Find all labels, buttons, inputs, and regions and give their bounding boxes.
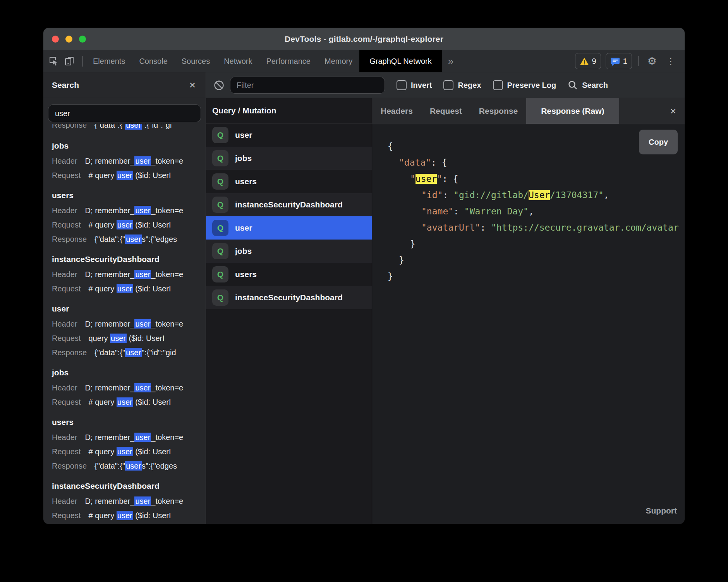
query-list-item[interactable]: Qjobs xyxy=(206,240,372,263)
network-toolbar: Invert Regex Preserve Log Search xyxy=(206,72,685,98)
result-row-label: Response xyxy=(52,235,87,243)
match-highlight: user xyxy=(117,171,133,180)
query-list-item[interactable]: QinstanceSecurityDashboard xyxy=(206,193,372,216)
query-item-label: users xyxy=(235,177,257,186)
tab-headers[interactable]: Headers xyxy=(372,98,421,124)
json-token: "Warren Day" xyxy=(464,206,529,216)
issues-badge[interactable]: 1 xyxy=(606,53,632,69)
tab-response-raw[interactable]: Response (Raw) xyxy=(526,98,619,124)
tab-sources[interactable]: Sources xyxy=(175,50,217,72)
block-clear-icon[interactable] xyxy=(213,79,225,91)
search-icon xyxy=(568,80,578,90)
support-link[interactable]: Support xyxy=(646,503,677,519)
copy-button[interactable]: Copy xyxy=(639,130,678,154)
result-row-label: Request xyxy=(52,447,81,456)
search-result-row[interactable]: Request# query user ($id: UserI xyxy=(43,508,206,523)
result-section-heading: instanceSecurityDashboard xyxy=(43,251,206,267)
device-toolbar-icon[interactable] xyxy=(64,55,75,67)
query-list-item[interactable]: Qjobs xyxy=(206,147,372,170)
filter-input[interactable] xyxy=(230,77,385,94)
search-result-row[interactable]: Request# query user ($id: UserI xyxy=(43,218,206,232)
json-line: "avatarUrl": "https://secure.gravatar.co… xyxy=(388,219,685,236)
close-window-button[interactable] xyxy=(52,36,59,43)
details-panel: HeadersRequestResponse Response (Raw) × … xyxy=(372,98,685,524)
result-row-label: Header xyxy=(52,497,77,505)
details-close-icon[interactable]: × xyxy=(670,106,685,116)
search-result-row[interactable]: Response{"data":{"users":{"edges xyxy=(43,459,206,473)
search-result-row[interactable]: Response{"data":{"user":{"id":"gid xyxy=(43,346,206,360)
search-result-row[interactable]: HeaderD; remember_user_token=e xyxy=(43,204,206,218)
result-section-heading: jobs xyxy=(43,138,206,154)
search-result-section: usersHeaderD; remember_user_token=eReque… xyxy=(43,187,206,246)
regex-checkbox[interactable] xyxy=(443,80,453,90)
search-result-row[interactable]: HeaderD; remember_user_token=e xyxy=(43,381,206,395)
result-text: {"data":{" xyxy=(94,348,125,357)
match-highlight: user xyxy=(125,124,142,130)
query-item-label: jobs xyxy=(235,154,252,163)
warnings-badge[interactable]: 9 xyxy=(575,53,601,69)
search-result-row[interactable]: Response{"data":{"user":{"id":"gi xyxy=(43,124,206,132)
json-token: " xyxy=(410,174,416,184)
json-token: : xyxy=(443,190,453,200)
tab-memory[interactable]: Memory xyxy=(318,50,359,72)
search-result-row[interactable]: Request# query user ($id: UserI xyxy=(43,395,206,409)
panel-tabs: ElementsConsoleSourcesNetworkPerformance… xyxy=(86,50,359,72)
json-token: { xyxy=(442,157,447,168)
tab-performance[interactable]: Performance xyxy=(259,50,318,72)
inspect-element-icon[interactable] xyxy=(48,55,60,67)
json-line: } xyxy=(388,252,685,268)
result-text: # query xyxy=(89,511,117,520)
tab-console[interactable]: Console xyxy=(132,50,174,72)
search-result-row[interactable]: Request# query user ($id: UserI xyxy=(43,282,206,296)
result-text: # query xyxy=(89,171,117,180)
tab-network[interactable]: Network xyxy=(217,50,259,72)
result-text: s":{"edges xyxy=(142,235,177,243)
search-result-row[interactable]: Request# query user ($id: UserI xyxy=(43,168,206,183)
match-highlight: user xyxy=(125,348,142,357)
result-text: query xyxy=(89,334,110,342)
json-line: } xyxy=(388,268,685,284)
query-badge-icon: Q xyxy=(212,173,228,190)
tab-request[interactable]: Request xyxy=(421,98,470,124)
search-close-icon[interactable]: × xyxy=(189,80,196,91)
json-token: "data" xyxy=(399,157,431,168)
match-highlight: user xyxy=(416,174,437,184)
search-result-section: jobsHeaderD; remember_user_token=eReques… xyxy=(43,365,206,409)
search-result-row[interactable]: HeaderD; remember_user_token=e xyxy=(43,154,206,168)
titlebar: DevTools - gitlab.com/-/graphql-explorer xyxy=(43,28,685,50)
result-text: D; remember_ xyxy=(85,433,135,442)
query-badge-icon: Q xyxy=(212,289,228,306)
more-tabs-icon[interactable]: » xyxy=(442,50,460,72)
json-line: "data": { xyxy=(388,154,685,171)
json-token: , xyxy=(529,206,534,216)
tab-graphql-network[interactable]: GraphQL Network xyxy=(359,50,441,72)
match-highlight: User xyxy=(529,190,550,200)
search-result-row[interactable]: HeaderD; remember_user_token=e xyxy=(43,267,206,282)
tab-elements[interactable]: Elements xyxy=(86,50,132,72)
query-list-item[interactable]: Qusers xyxy=(206,170,372,193)
result-text: ($id: UserI xyxy=(133,284,171,293)
search-result-row[interactable]: Response{"data":{"users":{"edges xyxy=(43,232,206,246)
search-panel-title: Search xyxy=(52,80,79,90)
search-result-row[interactable]: Request# query user ($id: UserI xyxy=(43,445,206,459)
preserve-log-checkbox[interactable] xyxy=(493,80,503,90)
search-result-row[interactable]: Requestquery user ($id: UserI xyxy=(43,331,206,346)
maximize-window-button[interactable] xyxy=(79,36,86,43)
search-input[interactable] xyxy=(48,104,201,122)
result-text: # query xyxy=(89,221,117,229)
settings-gear-icon[interactable]: ⚙ xyxy=(645,55,659,67)
query-list-item-selected[interactable]: Quser xyxy=(206,216,372,240)
invert-checkbox[interactable] xyxy=(397,80,407,90)
query-list-item[interactable]: Qusers xyxy=(206,263,372,286)
query-list-item[interactable]: QinstanceSecurityDashboard xyxy=(206,286,372,309)
result-text: _token=e xyxy=(151,383,183,392)
search-result-row[interactable]: HeaderD; remember_user_token=e xyxy=(43,317,206,331)
query-list-item[interactable]: Quser xyxy=(206,123,372,147)
search-result-row[interactable]: HeaderD; remember_user_token=e xyxy=(43,494,206,508)
tab-response[interactable]: Response xyxy=(470,98,526,124)
minimize-window-button[interactable] xyxy=(65,36,72,43)
kebab-menu-icon[interactable]: ⋮ xyxy=(664,56,678,67)
search-toggle[interactable]: Search xyxy=(568,80,608,90)
search-result-row[interactable]: HeaderD; remember_user_token=e xyxy=(43,430,206,445)
result-text: # query xyxy=(89,398,117,406)
